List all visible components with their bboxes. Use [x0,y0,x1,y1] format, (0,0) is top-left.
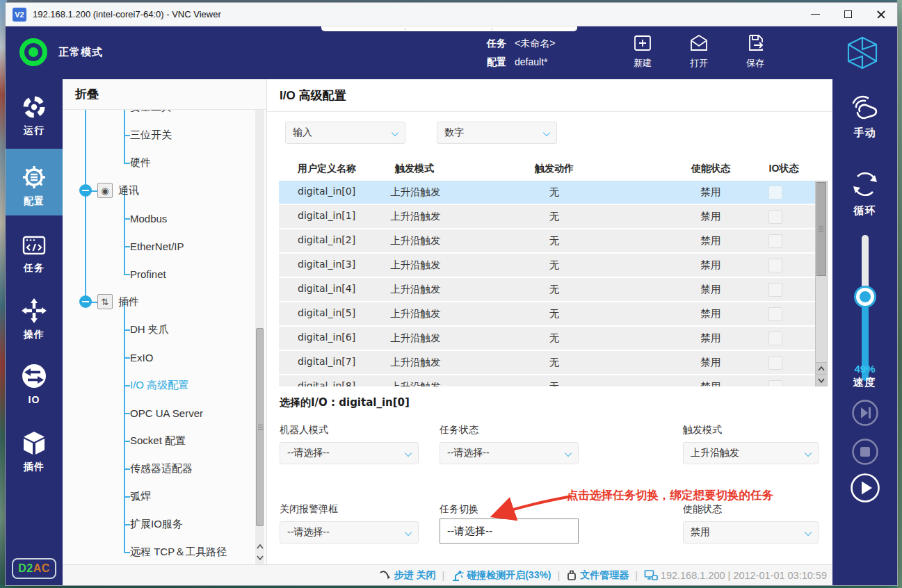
tree-item[interactable]: 硬件 [63,149,252,177]
tree-item[interactable]: 传感器适配器 [63,455,252,482]
nav-item-plugin[interactable]: 插件 [6,425,63,481]
left-nav-rail: 运行 配置 任务 操作 [6,79,63,585]
cell-trigger-mode: 上升沿触发 [390,186,441,199]
io-state-checkbox[interactable] [768,234,782,248]
io-state-checkbox[interactable] [768,332,782,345]
col-header-io-state: IO状态 [759,163,809,175]
play-button[interactable] [850,473,880,506]
vnc-toolbar-tab[interactable] [321,26,577,31]
manual-mode-button[interactable]: 手动 [832,92,897,140]
tree-item[interactable]: OPC UA Server [63,399,252,427]
nav-label: 操作 [24,329,45,341]
nav-item-task[interactable]: 任务 [6,228,63,284]
robot-mode-select[interactable]: --请选择-- [280,442,419,464]
task-state-select[interactable]: --请选择-- [440,442,579,464]
table-scroll-down-button[interactable] [816,374,827,386]
tree-item-label: Profinet [130,268,166,280]
io-state-checkbox[interactable] [768,356,782,370]
new-button[interactable]: 新建 [620,33,665,70]
table-row[interactable]: digital_in[0] 上升沿触发 无 禁用 [279,181,828,204]
tree-item[interactable]: 弧焊 [63,482,252,510]
table-row[interactable]: digital_in[3] 上升沿触发 无 禁用 [279,254,828,277]
cell-name: digital_in[3] [298,259,355,270]
tree-item-label: OPC UA Server [130,407,203,419]
tree-item[interactable]: Socket 配置 [63,427,252,455]
play-icon [850,473,880,503]
table-row[interactable]: digital_in[8] 上升沿触发 无 禁用 [279,375,828,386]
nav-item-run[interactable]: 运行 [6,89,63,145]
io-direction-select[interactable]: 输入 [285,122,405,144]
speed-slider[interactable] [862,235,869,381]
chevron-down-icon [805,450,812,457]
io-state-checkbox[interactable] [768,186,782,199]
table-row[interactable]: digital_in[5] 上升沿触发 无 禁用 [279,302,828,325]
table-row[interactable]: digital_in[7] 上升沿触发 无 禁用 [279,351,828,374]
tree-item[interactable]: EtherNet/IP [63,232,252,260]
move-arrows-icon [21,297,47,324]
minimize-button[interactable] [799,3,832,26]
nav-item-config[interactable]: 配置 [6,149,63,215]
close-button[interactable] [864,3,897,26]
desktop-wallpaper-right [897,0,902,588]
chevron-down-icon [405,529,412,536]
nav-item-operate[interactable]: 操作 [6,292,63,348]
stop-button[interactable] [851,438,879,468]
io-state-checkbox[interactable] [768,307,782,321]
scroll-down-button[interactable] [255,552,264,563]
io-type-select[interactable]: 数字 [437,122,557,144]
tree-item[interactable]: Profinet [63,260,252,288]
io-state-checkbox[interactable] [768,259,782,272]
tree-item[interactable]: 安全工具 [63,110,252,121]
collapse-minus-icon[interactable] [79,295,92,308]
table-scroll-up-button[interactable] [816,362,827,374]
tree-item-label: 弧焊 [130,490,151,503]
tree-item[interactable]: 扩展IO服务 [63,510,252,538]
scroll-up-button[interactable] [255,541,264,552]
tree-item[interactable]: 三位开关 [63,121,252,149]
nav-item-io[interactable]: IO [6,357,63,413]
table-scrollbar[interactable] [815,181,828,386]
speed-percent: 49% [832,363,897,375]
table-row[interactable]: digital_in[4] 上升沿触发 无 禁用 [279,278,828,301]
right-control-rail: 手动 循环 49% 速度 [832,79,897,585]
tree-item[interactable]: ExIO [63,343,252,371]
page-title: I/O 高级配置 [280,88,346,104]
trigger-mode-select[interactable]: 上升沿触发 [683,442,819,464]
tree-item-label: 三位开关 [130,129,172,142]
d2ac-badge[interactable]: D2AC [12,558,56,579]
cell-enable-state: 禁用 [672,332,750,345]
tree-item[interactable]: ◉ 通讯 [63,177,252,204]
save-button[interactable]: 保存 [733,33,778,70]
table-row[interactable]: digital_in[2] 上升沿触发 无 禁用 [279,229,828,252]
cell-trigger-action: 无 [515,283,593,296]
plugin-cube-icon [21,431,47,456]
step-mode-status[interactable]: 步进 关闭 [379,569,436,582]
tree-collapse-header[interactable]: 折叠 [63,79,266,110]
task-switch-select[interactable]: --请选择-- [440,518,579,544]
cell-trigger-mode: 上升沿触发 [390,356,441,369]
tree-scrollbar-thumb[interactable] [256,328,264,526]
cell-trigger-action: 无 [515,380,593,386]
enable-state-select[interactable]: 禁用 [683,521,819,544]
io-state-checkbox[interactable] [768,283,782,297]
collision-detect-status[interactable]: 碰撞检测开启(33%) [451,569,551,582]
tree-item[interactable]: I/O 高级配置 [63,371,252,399]
slider-handle[interactable] [856,288,874,306]
tree-item[interactable]: DH 夹爪 [63,316,252,343]
open-button[interactable]: 打开 [677,33,721,70]
maximize-button[interactable] [832,3,864,26]
io-state-checkbox[interactable] [768,210,782,224]
close-alarm-popup-select[interactable]: --请选择-- [280,521,419,544]
loop-mode-button[interactable]: 循环 [832,168,897,218]
tree-scrollbar[interactable] [255,110,264,564]
tree-item[interactable]: 远程 TCP＆工具路径 [63,538,252,564]
step-next-button[interactable] [851,399,879,430]
table-row[interactable]: digital_in[1] 上升沿触发 无 禁用 [279,205,828,228]
file-manager-button[interactable]: 文件管理器 [566,569,629,582]
io-state-checkbox[interactable] [768,380,782,386]
table-scrollbar-thumb[interactable] [816,182,826,276]
tree-item[interactable]: ⇅ 插件 [63,288,252,316]
tree-item[interactable]: Modbus [63,204,252,232]
collapse-minus-icon[interactable] [79,184,92,197]
table-row[interactable]: digital_in[6] 上升沿触发 无 禁用 [279,327,828,350]
